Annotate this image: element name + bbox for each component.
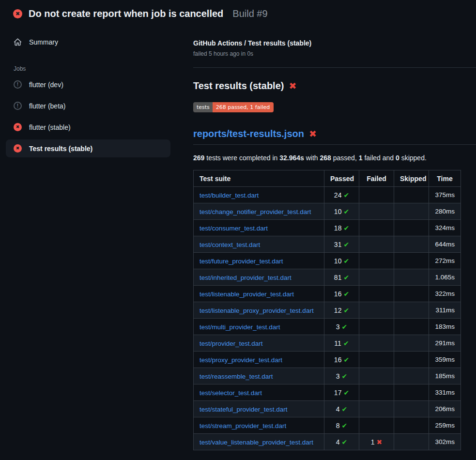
test-suite-link[interactable]: test/listenable_proxy_provider_test.dart <box>200 307 314 314</box>
passed-cell: 17✔ <box>324 384 359 401</box>
test-suite-cell: test/multi_provider_test.dart <box>194 319 324 335</box>
failed-cell <box>359 220 394 236</box>
jobs-heading: Jobs <box>14 65 170 72</box>
table-row: test/listenable_proxy_provider_test.dart… <box>194 302 461 319</box>
failed-cell <box>359 319 394 335</box>
test-suite-link[interactable]: test/builder_test.dart <box>200 192 259 199</box>
test-suite-link[interactable]: test/listenable_provider_test.dart <box>200 291 294 298</box>
failed-cell <box>359 253 394 269</box>
skipped-cell <box>394 269 429 286</box>
test-suite-link[interactable]: test/stream_provider_test.dart <box>200 422 286 429</box>
failed-cell <box>359 302 394 319</box>
passed-cell: 10✔ <box>324 203 359 220</box>
test-suite-cell: test/context_test.dart <box>194 236 324 253</box>
skipped-cell <box>394 286 429 302</box>
skipped-cell <box>394 352 429 368</box>
test-suite-link[interactable]: test/provider_test.dart <box>200 340 263 347</box>
time-cell: 322ms <box>429 286 461 302</box>
passed-count: 17 <box>334 389 342 397</box>
x-circle-fill-icon: ✖ <box>13 9 22 18</box>
check-icon: ✔ <box>343 389 349 397</box>
failed-cell <box>359 187 394 203</box>
summary-text: failed and <box>363 154 396 162</box>
test-suite-link[interactable]: test/context_test.dart <box>200 241 260 248</box>
time-cell: 644ms <box>429 236 461 253</box>
test-suite-link[interactable]: test/stateful_provider_test.dart <box>200 406 288 413</box>
passed-count: 10 <box>334 208 342 215</box>
sidebar-item-test-results-stable-[interactable]: ✖Test results (stable) <box>6 139 170 157</box>
passed-cell: 10✔ <box>324 253 359 269</box>
test-suite-link[interactable]: test/value_listenable_provider_test.dart <box>200 439 313 446</box>
passed-count: 16 <box>334 356 342 364</box>
tests-badge: tests 268 passed, 1 failed <box>193 102 274 112</box>
time-cell: 375ms <box>429 187 461 203</box>
check-icon: ✔ <box>342 323 348 331</box>
skipped-cell <box>394 384 429 401</box>
check-icon: ✔ <box>343 241 349 248</box>
passed-count: 31 <box>334 241 342 248</box>
skipped-cell <box>394 253 429 269</box>
skipped-cell <box>394 220 429 236</box>
failed-cell <box>359 401 394 417</box>
column-header-failed: Failed <box>359 170 394 187</box>
passed-cell: 4✔ <box>324 434 359 450</box>
report-link[interactable]: reports/test-results.json <box>193 128 304 139</box>
table-row: test/consumer_test.dart18✔324ms <box>194 220 461 236</box>
results-table: Test suitePassedFailedSkippedTime test/b… <box>193 170 461 450</box>
failed-count: 1 <box>371 438 375 446</box>
main-content: GitHub Actions / Test results (stable) f… <box>193 39 476 450</box>
test-suite-cell: test/provider_test.dart <box>194 335 324 352</box>
test-suite-link[interactable]: test/proxy_provider_test.dart <box>200 356 282 364</box>
test-suite-link[interactable]: test/multi_provider_test.dart <box>200 323 280 331</box>
test-suite-link[interactable]: test/future_provider_test.dart <box>200 258 283 265</box>
check-icon: ✔ <box>343 274 349 281</box>
time-cell: 280ms <box>429 203 461 220</box>
summary-text: skipped. <box>399 154 427 162</box>
test-suite-link[interactable]: test/consumer_test.dart <box>200 225 268 232</box>
skipped-cell <box>394 401 429 417</box>
test-suite-link[interactable]: test/selector_test.dart <box>200 389 262 397</box>
summary-number: 0 <box>396 154 399 162</box>
passed-cell: 3✔ <box>324 319 359 335</box>
sidebar-item-flutter-stable-[interactable]: ✖flutter (stable) <box>6 118 170 136</box>
sidebar: Summary Jobs !flutter (dev)!flutter (bet… <box>0 26 193 157</box>
summary-number: 268 <box>320 154 331 162</box>
time-cell: 331ms <box>429 384 461 401</box>
sidebar-item-label: flutter (stable) <box>29 123 71 131</box>
check-icon: ✔ <box>343 356 349 364</box>
passed-count: 24 <box>334 191 342 199</box>
skipped-cell <box>394 335 429 352</box>
section-title: Test results (stable) ✖ <box>193 80 476 92</box>
skipped-cell <box>394 187 429 203</box>
test-suite-link[interactable]: test/change_notifier_provider_test.dart <box>200 208 311 215</box>
badge-value: 268 passed, 1 failed <box>213 102 274 112</box>
skipped-cell <box>394 319 429 335</box>
failed-cell <box>359 384 394 401</box>
passed-count: 12 <box>334 307 342 314</box>
passed-cell: 24✔ <box>324 187 359 203</box>
divider <box>193 67 476 68</box>
passed-count: 10 <box>334 257 342 265</box>
sidebar-item-summary[interactable]: Summary <box>6 33 170 51</box>
check-icon: ✔ <box>343 224 349 232</box>
time-cell: 291ms <box>429 335 461 352</box>
failed-cell <box>359 236 394 253</box>
passed-cell: 31✔ <box>324 236 359 253</box>
test-suite-link[interactable]: test/reassemble_test.dart <box>200 373 273 380</box>
sidebar-item-label: Summary <box>29 38 58 46</box>
check-icon: ✔ <box>342 438 348 446</box>
time-cell: 272ms <box>429 253 461 269</box>
time-cell: 1.065s <box>429 269 461 286</box>
sidebar-item-flutter-dev-[interactable]: !flutter (dev) <box>6 76 170 93</box>
table-row: test/stream_provider_test.dart8✔259ms <box>194 417 461 434</box>
table-row: test/reassemble_test.dart3✔185ms <box>194 368 461 384</box>
passed-count: 3 <box>336 372 340 380</box>
summary-number: 32.964s <box>279 154 304 162</box>
time-cell: 259ms <box>429 417 461 434</box>
check-icon: ✔ <box>342 405 348 413</box>
check-icon: ✔ <box>343 257 349 265</box>
passed-count: 4 <box>336 405 340 413</box>
test-suite-link[interactable]: test/inherited_provider_test.dart <box>200 274 292 281</box>
test-suite-cell: test/reassemble_test.dart <box>194 368 324 384</box>
sidebar-item-flutter-beta-[interactable]: !flutter (beta) <box>6 97 170 115</box>
